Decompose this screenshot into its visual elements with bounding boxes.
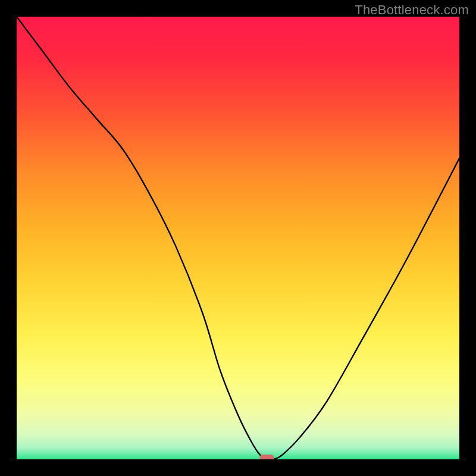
chart-frame: TheBottleneck.com xyxy=(0,0,476,476)
chart-svg xyxy=(17,17,459,459)
gradient-background xyxy=(17,17,459,459)
optimum-marker xyxy=(259,455,274,459)
watermark-text: TheBottleneck.com xyxy=(355,2,469,18)
plot-area xyxy=(17,17,459,459)
